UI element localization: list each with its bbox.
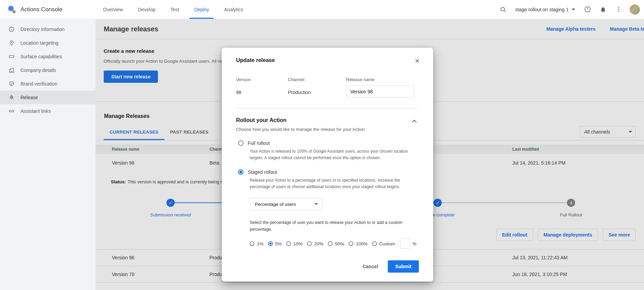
staged-rollout-description: Release your Action to a percentage of u… [250,177,409,190]
sidebar-item-label: Brand verification [20,81,57,87]
percent-option-1[interactable]: 1% [250,241,264,246]
sidebar-item-label: Release [20,95,38,100]
release-name-input[interactable] [346,86,414,98]
percent-option-5[interactable]: 5% [268,241,282,246]
shield-icon [8,80,15,87]
sidebar: Directory information Location targeting… [0,19,96,290]
avatar[interactable] [630,4,640,15]
percent-label: 50% [335,241,344,246]
percentage-options: 1% 5% 10% 20% 50% 100% Custom % [250,239,419,249]
rocket-icon [8,94,15,101]
channel-label: Channel [288,77,346,82]
percent-label: 10% [293,241,303,246]
sidebar-item-label: Company details [20,67,56,73]
nav-overview[interactable]: Overview [96,0,130,19]
nav-test[interactable]: Test [163,0,187,19]
actions-console-logo-icon [8,5,16,14]
nav-analytics[interactable]: Analytics [217,0,251,19]
percent-radio-10[interactable] [286,241,291,246]
percent-option-20[interactable]: 20% [307,241,323,246]
chevron-up-icon[interactable] [410,117,419,125]
dialog-footer: Cancel Submit [236,260,419,273]
percent-radio-custom[interactable] [372,241,377,246]
info-icon [8,26,15,33]
help-icon[interactable]: ? [581,3,594,16]
rollout-subtitle: Choose how you would like to manage the … [236,127,365,132]
nav-develop[interactable]: Develop [130,0,163,19]
staged-rollout-label: Staged rollout [248,169,277,175]
staged-rollout-option: Staged rollout Release your Action to a … [236,169,419,190]
version-value: 98 [236,90,288,95]
release-fields: Version 98 Channel Production Release na… [236,77,419,98]
submit-button[interactable]: Submit [388,260,419,273]
version-field: Version 98 [236,77,288,98]
sidebar-item-surface-capabilities[interactable]: Surface capabilities [0,50,96,63]
channel-field: Channel Production [288,77,346,98]
percent-suffix: % [412,241,416,246]
company-icon [8,67,15,74]
full-rollout-description: Your Action is released to 100% of Googl… [250,148,409,161]
nav-deploy[interactable]: Deploy [187,0,217,19]
close-icon[interactable]: ✕ [412,56,422,66]
sidebar-item-release[interactable]: Release [0,91,96,104]
percent-radio-1[interactable] [250,241,254,246]
percent-label: 1% [257,241,264,246]
full-rollout-option: Full rollout Your Action is released to … [236,140,419,161]
sidebar-item-label: Assistant links [20,108,51,114]
percent-label: 5% [275,241,282,246]
location-icon [8,40,15,46]
sidebar-item-company-details[interactable]: Company details [0,63,96,77]
app-title: Actions Console [20,6,62,13]
link-icon [8,108,15,115]
sidebar-item-directory-information[interactable]: Directory information [0,22,96,36]
svg-text:?: ? [586,7,588,11]
rollout-method-select[interactable]: Percentage of users [250,198,322,210]
surface-icon [8,53,15,60]
percent-radio-20[interactable] [307,241,312,246]
rollout-method-value: Percentage of users [255,202,296,207]
percent-option-50[interactable]: 50% [328,241,344,246]
rollout-section-header: Rollout your Action Choose how you would… [236,117,419,132]
percent-radio-100[interactable] [349,241,353,246]
notifications-bell-icon[interactable] [596,3,610,16]
percent-label: 100% [356,241,368,246]
chevron-down-icon [572,9,575,11]
search-icon[interactable] [496,3,510,16]
logo-area: Actions Console [0,0,96,19]
percent-option-10[interactable]: 10% [286,241,303,246]
percentage-help-text: Select the percentage of user you want t… [250,219,404,233]
sidebar-item-brand-verification[interactable]: Brand verification [0,77,96,91]
staged-rollout-radio[interactable] [238,169,244,175]
full-rollout-label: Full rollout [248,140,270,146]
sidebar-item-assistant-links[interactable]: Assistant links [0,104,96,118]
percent-label: 20% [314,241,323,246]
custom-percentage-input[interactable] [400,239,410,249]
percent-radio-5[interactable] [268,241,273,246]
topbar: Actions Console Overview Develop Test De… [0,0,644,19]
percent-radio-50[interactable] [328,241,333,246]
project-name: stage rollout on staging 1 [515,7,569,12]
percent-option-100[interactable]: 100% [349,241,368,246]
full-rollout-radio[interactable] [238,140,244,146]
project-selector[interactable]: stage rollout on staging 1 [512,5,579,14]
sidebar-item-label: Location targeting [20,40,58,46]
update-release-dialog: Update release ✕ Version 98 Channel Prod… [222,48,433,281]
sidebar-item-label: Surface capabilities [20,54,62,59]
percent-option-custom[interactable]: Custom [372,241,395,246]
chevron-down-icon [314,203,318,205]
divider [236,108,419,108]
staged-rollout-radio-row[interactable]: Staged rollout [238,169,419,175]
percent-label: Custom [379,241,395,246]
top-navigation: Overview Develop Test Deploy Analytics [96,0,251,19]
dialog-title: Update release [236,57,419,63]
sidebar-item-location-targeting[interactable]: Location targeting [0,36,96,50]
channel-value: Production [288,90,346,95]
topbar-right: stage rollout on staging 1 ? [496,0,644,19]
more-vertical-icon[interactable] [612,3,626,16]
sidebar-item-label: Directory information [20,27,64,32]
full-rollout-radio-row[interactable]: Full rollout [238,140,419,146]
version-label: Version [236,77,288,82]
cancel-button[interactable]: Cancel [356,261,384,272]
release-name-label: Release name [346,77,419,82]
release-name-field: Release name [346,77,419,98]
